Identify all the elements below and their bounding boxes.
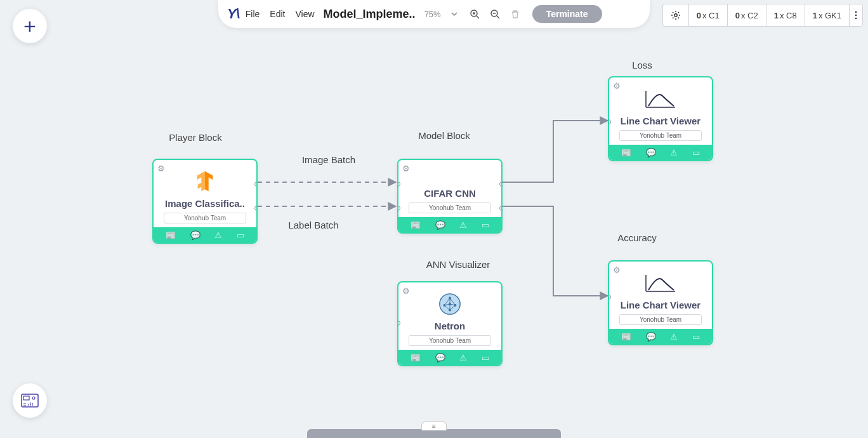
node-settings-icon[interactable]: ⚙ bbox=[613, 81, 621, 91]
node-settings-icon[interactable]: ⚙ bbox=[613, 265, 621, 275]
more-vertical-icon bbox=[855, 10, 857, 20]
warning-icon[interactable]: ⚠ bbox=[670, 332, 678, 342]
svg-point-9 bbox=[855, 15, 857, 17]
output-port[interactable] bbox=[499, 206, 503, 211]
log-icon[interactable]: 📰 bbox=[166, 230, 176, 240]
panel-icon bbox=[21, 394, 39, 408]
node-footer: 📰 💬 ⚠ ▭ bbox=[609, 329, 712, 344]
node-settings-icon[interactable]: ⚙ bbox=[402, 164, 410, 173]
line-chart-icon bbox=[614, 86, 707, 112]
document-title: Model_Impleme.. bbox=[324, 8, 416, 21]
menu-file[interactable]: File bbox=[246, 9, 260, 19]
comment-icon[interactable]: 💬 bbox=[190, 230, 201, 240]
comment-icon[interactable]: 💬 bbox=[646, 148, 656, 157]
comment-icon[interactable]: 💬 bbox=[435, 220, 445, 230]
monitor-icon[interactable]: ▭ bbox=[692, 148, 700, 157]
terminate-button[interactable]: Terminate bbox=[532, 5, 602, 23]
main-menu: File Edit View bbox=[246, 9, 315, 19]
resource-c2[interactable]: 0 x C2 bbox=[728, 4, 766, 26]
output-port[interactable] bbox=[254, 182, 258, 187]
resource-bar: 0 x C1 0 x C2 1 x C8 1 x GK1 bbox=[662, 4, 863, 27]
comment-icon[interactable]: 💬 bbox=[435, 353, 445, 362]
line-chart-icon bbox=[614, 270, 707, 296]
gear-icon bbox=[671, 10, 681, 20]
warning-icon[interactable]: ⚠ bbox=[670, 148, 678, 157]
tensorflow-icon bbox=[159, 169, 251, 194]
node-title: Netron bbox=[404, 321, 496, 331]
node-footer: 📰 💬 ⚠ ▭ bbox=[398, 217, 501, 232]
node-team: Yonohub Team bbox=[619, 314, 702, 325]
diagram-canvas[interactable]: Player Block Model Block Image Batch Lab… bbox=[0, 0, 868, 438]
node-team: Yonohub Team bbox=[409, 202, 491, 213]
zoom-percent: 75% bbox=[424, 10, 441, 19]
svg-line-5 bbox=[497, 16, 499, 18]
top-bar: Y\ File Edit View Model_Impleme.. 75% Te… bbox=[218, 0, 650, 28]
zoom-dropdown-icon[interactable] bbox=[447, 7, 461, 21]
log-icon[interactable]: 📰 bbox=[621, 148, 631, 157]
label-label-batch: Label Batch bbox=[288, 220, 338, 230]
node-cifar-cnn[interactable]: ⚙ CIFAR CNN Yonohub Team 📰 💬 ⚠ ▭ bbox=[397, 159, 503, 234]
network-icon bbox=[404, 291, 496, 317]
svg-point-13 bbox=[32, 397, 35, 399]
node-footer: 📰 💬 ⚠ ▭ bbox=[154, 227, 256, 242]
svg-point-7 bbox=[674, 14, 677, 17]
node-team: Yonohub Team bbox=[164, 213, 246, 223]
menu-edit[interactable]: Edit bbox=[270, 9, 285, 19]
monitor-icon[interactable]: ▭ bbox=[482, 353, 489, 362]
monitor-icon[interactable]: ▭ bbox=[692, 332, 700, 342]
add-block-button[interactable]: + bbox=[13, 9, 47, 43]
node-title: CIFAR CNN bbox=[404, 188, 496, 199]
node-team: Yonohub Team bbox=[409, 335, 491, 346]
minimap-button[interactable] bbox=[13, 383, 47, 418]
log-icon[interactable]: 📰 bbox=[411, 353, 421, 362]
plus-icon: + bbox=[23, 14, 36, 39]
resource-c1[interactable]: 0 x C1 bbox=[689, 4, 728, 26]
node-footer: 📰 💬 ⚠ ▭ bbox=[398, 350, 501, 365]
node-settings-icon[interactable]: ⚙ bbox=[402, 286, 410, 296]
label-loss: Loss bbox=[632, 60, 652, 70]
warning-icon[interactable]: ⚠ bbox=[214, 230, 222, 240]
warning-icon[interactable]: ⚠ bbox=[459, 220, 467, 230]
node-team: Yonohub Team bbox=[619, 130, 702, 141]
svg-line-1 bbox=[477, 16, 479, 18]
menu-view[interactable]: View bbox=[295, 9, 314, 19]
svg-point-10 bbox=[855, 18, 857, 20]
comment-icon[interactable]: 💬 bbox=[646, 332, 656, 342]
zoom-out-icon[interactable] bbox=[488, 7, 502, 21]
node-netron[interactable]: ⚙ Netron Yonohub Team 📰 💬 ⚠ ▭ bbox=[397, 281, 503, 366]
node-title: Line Chart Viewer bbox=[614, 300, 707, 310]
output-port[interactable] bbox=[254, 206, 258, 211]
label-model-block: Model Block bbox=[418, 130, 470, 141]
label-player-block: Player Block bbox=[169, 132, 221, 143]
node-title: Image Classifica.. bbox=[159, 198, 251, 209]
trash-icon[interactable] bbox=[508, 7, 522, 21]
resource-more[interactable] bbox=[850, 4, 862, 26]
monitor-icon[interactable]: ▭ bbox=[237, 230, 244, 240]
svg-rect-12 bbox=[23, 396, 29, 400]
zoom-in-icon[interactable] bbox=[468, 7, 482, 21]
label-accuracy: Accuracy bbox=[617, 232, 657, 243]
svg-point-8 bbox=[855, 11, 857, 13]
warning-icon[interactable]: ⚠ bbox=[459, 353, 467, 362]
node-accuracy-viewer[interactable]: ⚙ Line Chart Viewer Yonohub Team 📰 💬 ⚠ ▭ bbox=[608, 260, 713, 345]
node-title: Line Chart Viewer bbox=[614, 116, 707, 126]
monitor-icon[interactable]: ▭ bbox=[482, 220, 489, 230]
node-image-classification[interactable]: ⚙ Image Classifica.. Yonohub Team 📰 💬 ⚠ … bbox=[152, 159, 258, 244]
label-ann-visualizer: ANN Visualizer bbox=[426, 259, 490, 270]
log-icon[interactable]: 📰 bbox=[621, 332, 631, 342]
label-image-batch: Image Batch bbox=[302, 154, 355, 165]
output-port[interactable] bbox=[499, 182, 503, 187]
resource-c8[interactable]: 1 x C8 bbox=[766, 4, 805, 26]
node-settings-icon[interactable]: ⚙ bbox=[157, 164, 165, 173]
node-loss-viewer[interactable]: ⚙ Line Chart Viewer Yonohub Team 📰 💬 ⚠ ▭ bbox=[608, 76, 713, 161]
node-footer: 📰 💬 ⚠ ▭ bbox=[609, 145, 712, 160]
resource-gk1[interactable]: 1 x GK1 bbox=[805, 4, 850, 26]
app-logo: Y\ bbox=[227, 6, 239, 22]
resource-settings[interactable] bbox=[663, 4, 689, 26]
log-icon[interactable]: 📰 bbox=[411, 220, 421, 230]
